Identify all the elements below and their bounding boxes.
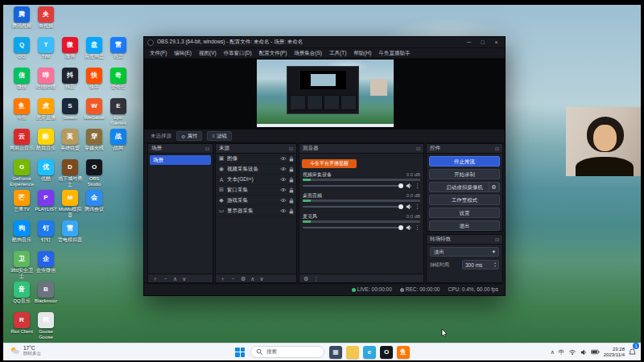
start-button[interactable]	[234, 347, 246, 358]
taskbar-app-icon[interactable]: ▦	[329, 346, 342, 359]
menu-item[interactable]: 场景集合(S)	[291, 50, 324, 57]
scene-list-item[interactable]: 场景	[150, 155, 211, 165]
desktop-icon[interactable]: P PLAYLIST	[34, 190, 58, 212]
desktop-icon[interactable]: E Epic Games	[106, 98, 130, 125]
lock-icon[interactable]	[289, 198, 294, 204]
desktop-icon[interactable]: 雷 雷电模拟器	[58, 220, 82, 243]
exit-button[interactable]: 退出	[429, 220, 500, 231]
desktop-icon[interactable]: R Riot Client	[10, 312, 34, 335]
lock-icon[interactable]	[289, 177, 294, 183]
desktop-icon[interactable]: 优 优酷	[34, 159, 58, 182]
source-list-item[interactable]: ◉ 视频采集设备	[216, 164, 296, 175]
taskbar-app-icon[interactable]: e	[363, 346, 376, 359]
widgets-button[interactable]: 17°C 阴转多云	[10, 345, 41, 356]
desktop-icon[interactable]: 奇 爱奇艺	[106, 68, 130, 90]
dock-icon[interactable]: ⊡	[416, 146, 420, 151]
close-icon[interactable]: ×	[491, 38, 502, 47]
visibility-eye-icon[interactable]	[280, 177, 287, 182]
source-list-item[interactable]: A 文本(GDI+)	[216, 175, 296, 185]
source-list-item[interactable]: ▭ 显示器采集	[216, 206, 296, 216]
volume-slider-knob[interactable]	[398, 225, 403, 230]
speaker-icon[interactable]	[406, 204, 412, 210]
desktop-icon[interactable]: O OBS Studio	[82, 159, 106, 187]
visibility-eye-icon[interactable]	[280, 156, 287, 161]
menu-item[interactable]: 配置文件(P)	[257, 50, 290, 57]
lock-icon[interactable]	[289, 187, 294, 193]
desktop-icon[interactable]: 钉 钉钉	[34, 220, 58, 243]
dock-icon[interactable]: ⊡	[205, 146, 209, 151]
desktop-icon[interactable]: 音 QQ音乐	[10, 282, 34, 304]
channel-options-button[interactable]: ⋮	[415, 183, 420, 189]
minimize-icon[interactable]: ─	[464, 38, 474, 47]
desktop-icon[interactable]: 虎 虎牙直播	[34, 98, 58, 121]
menu-item[interactable]: 停靠窗口(D)	[221, 50, 254, 57]
source-list-item[interactable]: ▣ 图像	[216, 154, 296, 164]
program-preview[interactable]	[144, 59, 505, 130]
obs-titlebar[interactable]: OBS 29.1.3 (64-bit, windows) - 配置文件: 未命名…	[144, 37, 505, 48]
desktop-icon[interactable]: 央 央视频	[34, 6, 58, 29]
desktop-icon[interactable]: 腾 腾讯视频	[10, 6, 34, 29]
desktop-icon[interactable]: 快 快手	[82, 68, 106, 90]
menu-item[interactable]: 编辑(E)	[171, 50, 194, 57]
volume-slider-knob[interactable]	[398, 204, 403, 209]
desktop-icon[interactable]: W WeGame	[82, 98, 106, 121]
desktop-icon[interactable]: 信 微信	[10, 68, 34, 90]
desktop-icon[interactable]: D 地下城与勇士	[58, 159, 82, 187]
dock-icon[interactable]: ⊡	[495, 237, 499, 242]
desktop-icon[interactable]: 盘 百度网盘	[82, 37, 106, 60]
source-list-item[interactable]: ◆ 游戏采集	[216, 195, 296, 206]
duration-stepper[interactable]: ▴▾	[494, 261, 496, 268]
battery-icon[interactable]	[591, 349, 600, 355]
channel-options-button[interactable]: ⋮	[415, 204, 420, 210]
start-recording-button[interactable]: 开始录制	[429, 169, 500, 179]
clock[interactable]: 23:28 2023/11/4	[604, 347, 625, 358]
desktop-icon[interactable]: 会 腾讯会议	[82, 190, 106, 212]
desktop-icon[interactable]: 抖 抖音	[58, 68, 82, 90]
menu-item[interactable]: 斗鱼直播助手	[376, 50, 412, 57]
desktop-icon[interactable]: S Steam	[58, 98, 82, 121]
dock-icon[interactable]: ⊡	[289, 146, 293, 151]
duration-input[interactable]: 300 ms ▴▾	[462, 260, 499, 269]
maximize-icon[interactable]: □	[477, 38, 488, 47]
volume-icon[interactable]	[580, 349, 587, 356]
desktop-icon[interactable]: 战 战网	[106, 129, 130, 151]
transition-select[interactable]: 淡出 ▾	[430, 247, 499, 257]
channel-options-button[interactable]: ⋮	[415, 224, 420, 231]
desktop-icon[interactable]: 哔 哔哩哔哩	[34, 68, 58, 90]
visibility-eye-icon[interactable]	[280, 167, 287, 171]
desktop-icon[interactable]: 英 英雄联盟	[58, 129, 82, 151]
desktop-icon[interactable]: T TIM	[34, 37, 58, 60]
menu-item[interactable]: 帮助(H)	[351, 50, 374, 57]
taskbar-app-icon[interactable]: 鱼	[397, 346, 410, 359]
visibility-eye-icon[interactable]	[280, 187, 287, 192]
source-list-item[interactable]: ⊞ 窗口采集	[216, 185, 296, 195]
desktop-icon[interactable]: 云 网易云音乐	[10, 129, 34, 151]
settings-button[interactable]: 设置	[429, 208, 500, 218]
lock-icon[interactable]	[289, 167, 294, 172]
notification-center-button[interactable]: 1	[629, 345, 636, 360]
desktop-icon[interactable]: 微 微博	[58, 37, 82, 60]
studio-mode-button[interactable]: 工作室模式	[429, 195, 500, 205]
desktop-icon[interactable]: Q QQ	[10, 37, 34, 60]
volume-slider[interactable]	[303, 206, 403, 208]
desktop-icon[interactable]: 酷 酷我音乐	[34, 129, 58, 151]
taskbar-app-icon[interactable]	[346, 346, 359, 359]
wifi-icon[interactable]	[568, 349, 576, 356]
douyu-live-notice-button[interactable]: 斗鱼平台开播提醒	[302, 159, 357, 168]
properties-button[interactable]: ⚙ 属性	[176, 131, 202, 141]
desktop-icon[interactable]: 鱼 斗鱼	[10, 98, 34, 121]
desktop-icon[interactable]: 穿 穿越火线	[82, 129, 106, 151]
dock-icon[interactable]: ⊡	[495, 146, 499, 151]
virtual-camera-settings-button gear-icon[interactable]: ⚙	[489, 182, 499, 192]
visibility-eye-icon[interactable]	[280, 198, 287, 203]
desktop-icon[interactable]: 芒 芒果TV	[10, 190, 34, 212]
lock-icon[interactable]	[289, 156, 294, 162]
desktop-icon[interactable]: 狗 酷狗音乐	[10, 220, 34, 243]
menu-item[interactable]: 工具(T)	[327, 50, 349, 57]
ime-indicator[interactable]: 中	[559, 348, 564, 356]
desktop-icon[interactable]: 卫 360安全卫士	[10, 251, 34, 278]
visibility-eye-icon[interactable]	[280, 208, 287, 213]
desktop-icon[interactable]: 鸭 Goose Goose Duck	[34, 312, 58, 339]
filters-button[interactable]: ≡ 滤镜	[207, 131, 232, 141]
stop-streaming-button[interactable]: 停止推流	[429, 156, 500, 167]
